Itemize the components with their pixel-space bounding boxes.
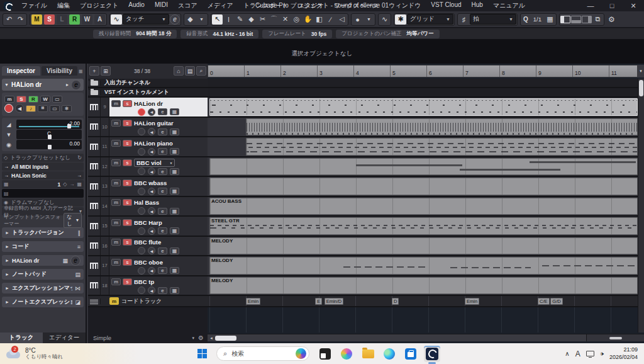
inspector-section-5[interactable]: ►ノートエクスプレッション◪ [2, 297, 84, 307]
horizontal-scrollbar[interactable]: ◂ [208, 334, 644, 341]
visibility-agent-label[interactable]: Simple [93, 334, 111, 341]
track-row-halion-dr[interactable]: 9msHALion dr◀e▦ [88, 98, 208, 118]
midi-note-icon[interactable]: ♪ [26, 105, 36, 112]
track-main-area[interactable]: msHALion dr◀e▦ [109, 98, 208, 117]
state-button-r[interactable]: R [69, 14, 80, 25]
cables-icon[interactable]: ⌗ [38, 105, 48, 112]
track-main-area[interactable]: msBBC wbass◀e▦ [109, 177, 208, 196]
menu-item-9[interactable]: ワークスペース [330, 1, 383, 11]
grid-type-dropdown[interactable]: 拍 ▼ [470, 14, 516, 25]
event-lane-bbc-wbass[interactable] [208, 177, 638, 197]
inspector-section-0[interactable]: ►トラックバージョン∥ [2, 227, 84, 238]
scroll-left-icon[interactable]: ◂ [208, 336, 215, 341]
chord-lane[interactable]: EminEEmin/DDEminC/EG/D [208, 296, 638, 307]
tab-inspector[interactable]: Inspector [2, 66, 40, 76]
track-main-area[interactable]: msHal Bass◀e▦ [109, 197, 208, 216]
inspector-section-1[interactable]: ►コード≡ [2, 241, 84, 252]
state-button-a[interactable]: A [94, 14, 105, 25]
chevron-down-icon[interactable]: ▾ [170, 161, 172, 165]
track-record-button[interactable] [138, 148, 145, 156]
track-filter-icon[interactable]: ▤ [185, 66, 195, 76]
inspector-section-4[interactable]: ►エクスプレッションマップ⋈ [2, 283, 84, 293]
track-mute-button[interactable]: m [111, 219, 121, 226]
redo-button[interactable]: ↷ [15, 14, 26, 25]
track-mute-button[interactable]: m [111, 140, 121, 147]
line-tool[interactable]: ∕ [325, 14, 336, 25]
home-icon[interactable]: ⌂ [174, 66, 184, 76]
midi-part[interactable]: MELODY [209, 277, 638, 295]
input-transformer-row[interactable]: インプットトランスフォーマー なし ▾ [2, 216, 84, 224]
track-instrument-icon[interactable]: ▦ [170, 108, 179, 115]
store-app-icon[interactable] [402, 346, 419, 362]
menu-item-5[interactable]: スコア [174, 1, 202, 11]
cubase-app-icon[interactable] [4, 2, 12, 10]
chord-event[interactable]: Emin/D [325, 298, 344, 305]
minimize-button[interactable]: — [580, 2, 601, 10]
menu-item-0[interactable]: ファイル [17, 1, 52, 11]
track-edit-button[interactable]: e [158, 208, 167, 215]
state-button-m[interactable]: M [31, 14, 42, 25]
ruler-mark[interactable]: 8 [500, 65, 536, 77]
network-icon[interactable] [586, 351, 594, 356]
menu-item-11[interactable]: VST Cloud [426, 1, 465, 11]
track-solo-button[interactable]: s [123, 199, 132, 206]
track-monitor-button[interactable]: ◀ [148, 207, 155, 215]
track-instrument-icon[interactable]: ▦ [170, 247, 179, 254]
event-lane-halion-dr[interactable] [208, 98, 638, 118]
track-main-area[interactable]: msBBC flute◀e▦ [109, 237, 208, 256]
track-solo-button[interactable]: s [123, 239, 132, 246]
track-solo-button[interactable]: s [123, 278, 132, 285]
ruler-mark[interactable]: 1 [245, 65, 281, 77]
track-instrument-icon[interactable]: ▦ [170, 287, 179, 294]
volume-slider[interactable]: -2.00 [16, 120, 82, 129]
tray-chevron-icon[interactable]: ∧ [565, 350, 569, 357]
track-edit-button[interactable]: e [158, 128, 167, 135]
track-mute-button[interactable]: m [111, 120, 121, 127]
midi-part[interactable] [209, 158, 638, 176]
footer-gear-icon[interactable]: ⚙ [198, 334, 204, 341]
track-row-hal-bass[interactable]: 14msHal Bass◀e▦ [88, 197, 208, 217]
erase-tool[interactable]: ◆ [246, 14, 257, 25]
mute-tool[interactable]: ✕ [280, 14, 291, 25]
track-record-button[interactable] [138, 287, 145, 294]
channel-row[interactable]: ▦ 1 ◇ → ▦ [2, 180, 84, 188]
menu-item-8[interactable]: スタジオ [294, 1, 328, 11]
ruler-options-icon[interactable]: ▼ [638, 65, 644, 77]
ruler-mark[interactable]: 9 [536, 65, 573, 77]
track-row-bbc-tp[interactable]: 18msBBC tp◀e▦ [88, 276, 208, 297]
zoom-tool[interactable]: ◎ [291, 14, 302, 25]
track-record-button[interactable] [138, 188, 145, 195]
draw-tool[interactable]: ✎ [235, 14, 245, 25]
track-instrument-icon[interactable]: ▦ [170, 267, 179, 274]
use-track-preset-button[interactable]: ⊞ [101, 66, 111, 76]
chord-event[interactable]: C/E [538, 298, 550, 305]
automation-panel-button[interactable]: e [170, 14, 180, 25]
midi-part[interactable] [209, 178, 638, 195]
comp-tool[interactable]: ◧ [314, 14, 325, 25]
ime-indicator[interactable]: A [575, 350, 580, 358]
midi-part[interactable]: STEEL GTR [209, 217, 638, 235]
event-lane-bbc-tp[interactable]: MELODY [208, 276, 638, 297]
track-edit-button[interactable]: e [158, 227, 167, 234]
state-button-w[interactable]: W [82, 14, 92, 25]
maximize-button[interactable]: □ [601, 2, 623, 10]
close-button[interactable]: ✕ [623, 2, 644, 10]
toggle-lower-zone-button[interactable] [571, 16, 581, 23]
menu-item-13[interactable]: マニュアル [489, 1, 530, 11]
track-mute-button[interactable]: m [111, 259, 121, 266]
solo-button[interactable]: S [16, 96, 26, 103]
chord-event[interactable]: Emin [246, 298, 260, 305]
inspector-section-2[interactable]: ►HALion dr▦e [2, 255, 84, 266]
record-enable-button[interactable] [4, 104, 13, 113]
inspector-track-header[interactable]: ▼ HALion dr ▸ e [2, 79, 84, 91]
track-record-button[interactable] [138, 247, 145, 254]
midi-part[interactable] [209, 98, 638, 116]
midi-part[interactable]: ACOU BASS [209, 198, 638, 215]
track-instrument-icon[interactable]: ▦ [170, 227, 179, 234]
track-main-area[interactable]: msBBC tp◀e▦ [109, 276, 208, 295]
ruler-mark[interactable]: 6 [427, 65, 464, 77]
edge-app-icon[interactable] [381, 346, 397, 362]
track-main-area[interactable]: msBBC oboe◀e▦ [109, 256, 208, 275]
track-monitor-button[interactable]: ◀ [148, 108, 155, 116]
menu-item-7[interactable]: トランスポート [239, 1, 292, 11]
